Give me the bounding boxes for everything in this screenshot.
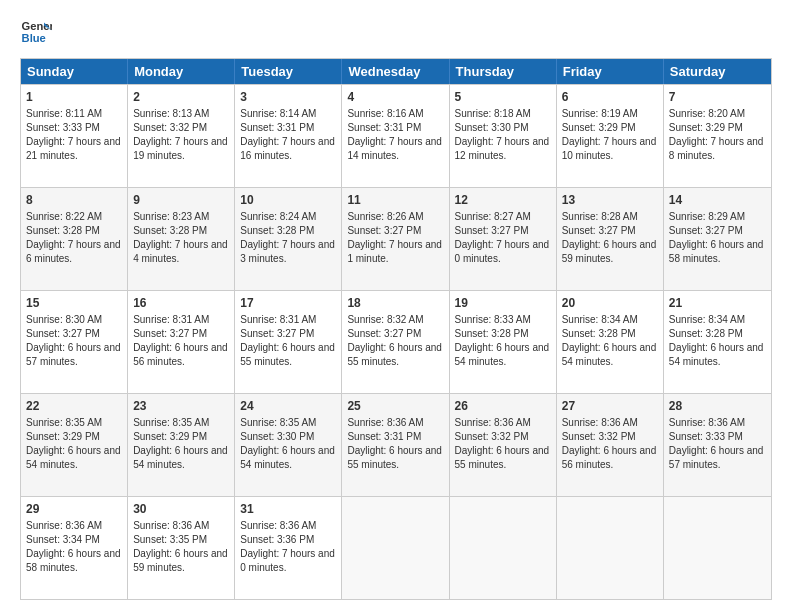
day-number: 22	[26, 398, 122, 415]
sunset: Sunset: 3:31 PM	[347, 431, 421, 442]
daylight: Daylight: 6 hours and 54 minutes.	[562, 342, 657, 367]
sunrise: Sunrise: 8:34 AM	[669, 314, 745, 325]
daylight: Daylight: 6 hours and 55 minutes.	[455, 445, 550, 470]
daylight: Daylight: 6 hours and 55 minutes.	[240, 342, 335, 367]
calendar-cell: 4Sunrise: 8:16 AMSunset: 3:31 PMDaylight…	[342, 85, 449, 187]
daylight: Daylight: 7 hours and 14 minutes.	[347, 136, 442, 161]
calendar-cell: 31Sunrise: 8:36 AMSunset: 3:36 PMDayligh…	[235, 497, 342, 599]
sunrise: Sunrise: 8:14 AM	[240, 108, 316, 119]
sunset: Sunset: 3:28 PM	[455, 328, 529, 339]
sunset: Sunset: 3:27 PM	[133, 328, 207, 339]
sunrise: Sunrise: 8:34 AM	[562, 314, 638, 325]
day-number: 10	[240, 192, 336, 209]
logo-icon: General Blue	[20, 16, 52, 48]
daylight: Daylight: 6 hours and 54 minutes.	[240, 445, 335, 470]
sunset: Sunset: 3:27 PM	[347, 225, 421, 236]
calendar-cell: 28Sunrise: 8:36 AMSunset: 3:33 PMDayligh…	[664, 394, 771, 496]
sunset: Sunset: 3:27 PM	[347, 328, 421, 339]
calendar-cell: 30Sunrise: 8:36 AMSunset: 3:35 PMDayligh…	[128, 497, 235, 599]
day-number: 20	[562, 295, 658, 312]
sunset: Sunset: 3:30 PM	[240, 431, 314, 442]
daylight: Daylight: 7 hours and 6 minutes.	[26, 239, 121, 264]
daylight: Daylight: 7 hours and 0 minutes.	[240, 548, 335, 573]
calendar-cell: 17Sunrise: 8:31 AMSunset: 3:27 PMDayligh…	[235, 291, 342, 393]
calendar-cell: 10Sunrise: 8:24 AMSunset: 3:28 PMDayligh…	[235, 188, 342, 290]
sunrise: Sunrise: 8:13 AM	[133, 108, 209, 119]
sunset: Sunset: 3:29 PM	[26, 431, 100, 442]
logo: General Blue	[20, 16, 56, 48]
sunrise: Sunrise: 8:33 AM	[455, 314, 531, 325]
day-number: 16	[133, 295, 229, 312]
sunset: Sunset: 3:27 PM	[26, 328, 100, 339]
sunrise: Sunrise: 8:36 AM	[669, 417, 745, 428]
calendar-cell: 1Sunrise: 8:11 AMSunset: 3:33 PMDaylight…	[21, 85, 128, 187]
day-number: 14	[669, 192, 766, 209]
day-number: 6	[562, 89, 658, 106]
header-day-saturday: Saturday	[664, 59, 771, 84]
sunset: Sunset: 3:29 PM	[562, 122, 636, 133]
calendar-row-3: 15Sunrise: 8:30 AMSunset: 3:27 PMDayligh…	[21, 290, 771, 393]
day-number: 7	[669, 89, 766, 106]
day-number: 15	[26, 295, 122, 312]
page: General Blue SundayMondayTuesdayWednesda…	[0, 0, 792, 612]
sunset: Sunset: 3:28 PM	[133, 225, 207, 236]
day-number: 23	[133, 398, 229, 415]
calendar-cell: 27Sunrise: 8:36 AMSunset: 3:32 PMDayligh…	[557, 394, 664, 496]
daylight: Daylight: 7 hours and 16 minutes.	[240, 136, 335, 161]
calendar-cell: 19Sunrise: 8:33 AMSunset: 3:28 PMDayligh…	[450, 291, 557, 393]
sunset: Sunset: 3:29 PM	[133, 431, 207, 442]
sunrise: Sunrise: 8:23 AM	[133, 211, 209, 222]
calendar-cell: 23Sunrise: 8:35 AMSunset: 3:29 PMDayligh…	[128, 394, 235, 496]
sunset: Sunset: 3:27 PM	[669, 225, 743, 236]
daylight: Daylight: 7 hours and 12 minutes.	[455, 136, 550, 161]
sunrise: Sunrise: 8:28 AM	[562, 211, 638, 222]
calendar: SundayMondayTuesdayWednesdayThursdayFrid…	[20, 58, 772, 600]
calendar-cell: 24Sunrise: 8:35 AMSunset: 3:30 PMDayligh…	[235, 394, 342, 496]
daylight: Daylight: 6 hours and 58 minutes.	[26, 548, 121, 573]
day-number: 3	[240, 89, 336, 106]
sunrise: Sunrise: 8:36 AM	[133, 520, 209, 531]
day-number: 17	[240, 295, 336, 312]
sunrise: Sunrise: 8:31 AM	[133, 314, 209, 325]
sunrise: Sunrise: 8:36 AM	[562, 417, 638, 428]
calendar-cell	[450, 497, 557, 599]
daylight: Daylight: 7 hours and 8 minutes.	[669, 136, 764, 161]
sunset: Sunset: 3:28 PM	[26, 225, 100, 236]
calendar-cell: 29Sunrise: 8:36 AMSunset: 3:34 PMDayligh…	[21, 497, 128, 599]
daylight: Daylight: 6 hours and 55 minutes.	[347, 342, 442, 367]
daylight: Daylight: 6 hours and 57 minutes.	[669, 445, 764, 470]
daylight: Daylight: 6 hours and 59 minutes.	[562, 239, 657, 264]
daylight: Daylight: 7 hours and 19 minutes.	[133, 136, 228, 161]
day-number: 26	[455, 398, 551, 415]
sunrise: Sunrise: 8:26 AM	[347, 211, 423, 222]
daylight: Daylight: 6 hours and 56 minutes.	[133, 342, 228, 367]
sunset: Sunset: 3:31 PM	[240, 122, 314, 133]
calendar-cell: 8Sunrise: 8:22 AMSunset: 3:28 PMDaylight…	[21, 188, 128, 290]
day-number: 9	[133, 192, 229, 209]
daylight: Daylight: 6 hours and 54 minutes.	[26, 445, 121, 470]
day-number: 18	[347, 295, 443, 312]
daylight: Daylight: 6 hours and 59 minutes.	[133, 548, 228, 573]
sunset: Sunset: 3:32 PM	[133, 122, 207, 133]
sunset: Sunset: 3:35 PM	[133, 534, 207, 545]
header-day-tuesday: Tuesday	[235, 59, 342, 84]
calendar-row-1: 1Sunrise: 8:11 AMSunset: 3:33 PMDaylight…	[21, 84, 771, 187]
sunrise: Sunrise: 8:36 AM	[455, 417, 531, 428]
calendar-cell: 13Sunrise: 8:28 AMSunset: 3:27 PMDayligh…	[557, 188, 664, 290]
header-day-thursday: Thursday	[450, 59, 557, 84]
calendar-cell: 14Sunrise: 8:29 AMSunset: 3:27 PMDayligh…	[664, 188, 771, 290]
calendar-cell	[342, 497, 449, 599]
sunrise: Sunrise: 8:35 AM	[133, 417, 209, 428]
day-number: 21	[669, 295, 766, 312]
daylight: Daylight: 7 hours and 1 minute.	[347, 239, 442, 264]
sunrise: Sunrise: 8:32 AM	[347, 314, 423, 325]
sunset: Sunset: 3:34 PM	[26, 534, 100, 545]
daylight: Daylight: 6 hours and 54 minutes.	[669, 342, 764, 367]
sunset: Sunset: 3:28 PM	[669, 328, 743, 339]
daylight: Daylight: 7 hours and 4 minutes.	[133, 239, 228, 264]
sunrise: Sunrise: 8:36 AM	[240, 520, 316, 531]
sunrise: Sunrise: 8:30 AM	[26, 314, 102, 325]
calendar-cell: 11Sunrise: 8:26 AMSunset: 3:27 PMDayligh…	[342, 188, 449, 290]
header-day-friday: Friday	[557, 59, 664, 84]
calendar-cell: 2Sunrise: 8:13 AMSunset: 3:32 PMDaylight…	[128, 85, 235, 187]
